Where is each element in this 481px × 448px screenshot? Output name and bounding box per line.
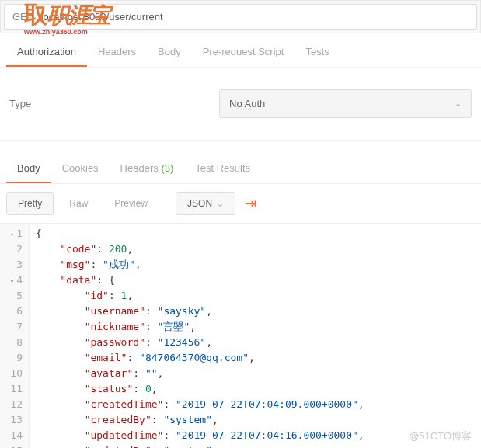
format-select[interactable]: JSON ⌄ [176,192,235,215]
line-gutter: 1234567891011121314151617 [0,224,30,448]
tab-tests[interactable]: Tests [295,38,340,67]
chevron-down-icon: ⌄ [455,99,462,109]
logo-overlay: 取职涯宝 www.zhiya360.com [24,0,110,36]
auth-type-label: Type [9,98,219,109]
watermark: @51CTO博客 [409,429,472,443]
tab-test-results[interactable]: Test Results [184,155,261,183]
pretty-button[interactable]: Pretty [6,192,54,215]
auth-type-select[interactable]: No Auth ⌄ [219,89,472,118]
logo-main: 取职涯宝 [24,0,110,31]
preview-button[interactable]: Preview [103,193,159,214]
tab-authorization[interactable]: Authorization [6,38,87,67]
auth-type-value: No Auth [229,98,265,109]
chevron-down-icon: ⌄ [217,199,224,209]
raw-button[interactable]: Raw [58,193,99,214]
wrap-lines-icon[interactable]: ⇥ [240,195,261,212]
code-content[interactable]: { "code": 200, "msg": "成功", "data": { "i… [30,224,481,448]
tab-body[interactable]: Body [6,155,51,183]
tab-headers[interactable]: Headers [87,38,147,67]
auth-section: Type No Auth ⌄ [0,68,481,141]
tab-headers[interactable]: Headers (3) [110,155,185,183]
tab-cookies[interactable]: Cookies [51,155,110,183]
response-body: 1234567891011121314151617 { "code": 200,… [0,224,481,448]
request-bar: 取职涯宝 www.zhiya360.com GET [0,0,481,33]
response-tabs: Body Cookies Headers (3) Test Results [0,155,481,184]
request-tabs: AuthorizationHeadersBodyPre-request Scri… [0,38,481,68]
tab-pre-request-script[interactable]: Pre-request Script [192,38,295,67]
response-toolbar: Pretty Raw Preview JSON ⌄ ⇥ [0,184,481,224]
tab-body[interactable]: Body [147,38,192,67]
